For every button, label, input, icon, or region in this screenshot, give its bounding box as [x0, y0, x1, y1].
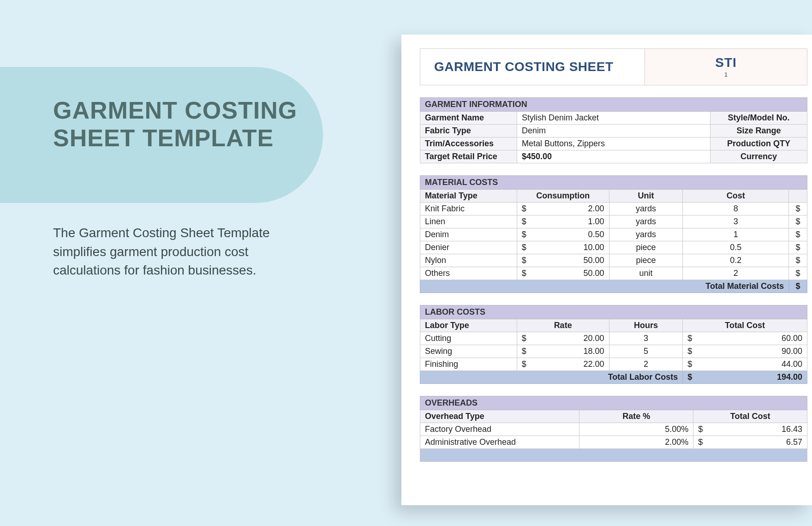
col-header: Total Cost	[683, 319, 807, 332]
materials-total-row: Total Material Costs $	[420, 280, 807, 293]
garment-info-table: GARMENT INFORMATION Garment Name Stylish…	[420, 97, 807, 163]
col-header: Consumption	[517, 190, 609, 203]
gi-value: Metal Buttons, Zippers	[517, 137, 710, 150]
table-row: Denier 10.00 piece 0.5 $	[420, 241, 807, 254]
labor-heading: LABOR COSTS	[420, 305, 807, 319]
gi-right: Style/Model No.	[710, 112, 807, 125]
col-header: Hours	[609, 319, 683, 332]
gi-right: Size Range	[710, 125, 807, 137]
col-header	[789, 190, 807, 203]
gi-right: Production QTY	[710, 137, 807, 150]
title-block: GARMENT COSTING SHEET TEMPLATE	[0, 67, 323, 203]
table-row: Denim 0.50 yards 1 $	[420, 228, 807, 241]
col-header: Total Cost	[693, 410, 807, 423]
table-row: Finishing 22.00 2 44.00	[420, 358, 807, 371]
document-preview: GARMENT COSTING SHEET STI 1 GARMENT INFO…	[401, 35, 812, 505]
gi-label: Fabric Type	[420, 125, 517, 137]
col-header: Rate %	[579, 410, 693, 423]
brand-top: STI	[645, 55, 807, 70]
page-title: GARMENT COSTING SHEET TEMPLATE	[53, 97, 304, 152]
labor-total-row: Total Labor Costs 194.00	[420, 371, 807, 384]
overheads-heading: OVERHEADS	[420, 396, 807, 410]
table-row: Knit Fabric 2.00 yards 8 $	[420, 203, 807, 215]
overheads-table: OVERHEADS Overhead Type Rate % Total Cos…	[420, 396, 807, 462]
table-row: Factory Overhead 5.00% 16.43	[420, 423, 807, 436]
table-row: Linen 1.00 yards 3 $	[420, 215, 807, 228]
brand-sub: 1	[645, 71, 807, 78]
table-row: Cutting 20.00 3 60.00	[420, 332, 807, 345]
gi-value: Denim	[517, 125, 710, 137]
description-text: The Garment Costing Sheet Template simpl…	[53, 224, 298, 280]
materials-heading: MATERIAL COSTS	[420, 176, 807, 190]
col-header: Unit	[609, 190, 683, 203]
labor-costs-table: LABOR COSTS Labor Type Rate Hours Total …	[420, 305, 807, 384]
overheads-blank-row	[420, 449, 807, 462]
table-row: Administrative Overhead 2.00% 6.57	[420, 436, 807, 449]
col-header: Cost	[683, 190, 789, 203]
doc-title: GARMENT COSTING SHEET	[420, 60, 645, 74]
col-header: Labor Type	[420, 319, 517, 332]
material-costs-table: MATERIAL COSTS Material Type Consumption…	[420, 175, 807, 293]
title-line1: GARMENT COSTING	[53, 97, 297, 124]
col-header: Overhead Type	[420, 410, 579, 423]
brand-box: STI 1	[645, 49, 807, 85]
table-row: Nylon 50.00 piece 0.2 $	[420, 254, 807, 267]
gi-right: Currency	[710, 150, 807, 163]
garment-info-heading: GARMENT INFORMATION	[420, 98, 807, 112]
col-header: Rate	[517, 319, 609, 332]
doc-header: GARMENT COSTING SHEET STI 1	[420, 48, 807, 85]
table-row: Sewing 18.00 5 90.00	[420, 345, 807, 358]
col-header: Material Type	[420, 190, 517, 203]
table-row: Others 50.00 unit 2 $	[420, 267, 807, 280]
gi-label: Garment Name	[420, 112, 517, 125]
gi-label: Trim/Accessories	[420, 137, 517, 150]
gi-value: $450.00	[517, 150, 710, 163]
title-line2: SHEET TEMPLATE	[53, 125, 274, 151]
gi-value: Stylish Denim Jacket	[517, 112, 710, 125]
gi-label: Target Retail Price	[420, 150, 517, 163]
